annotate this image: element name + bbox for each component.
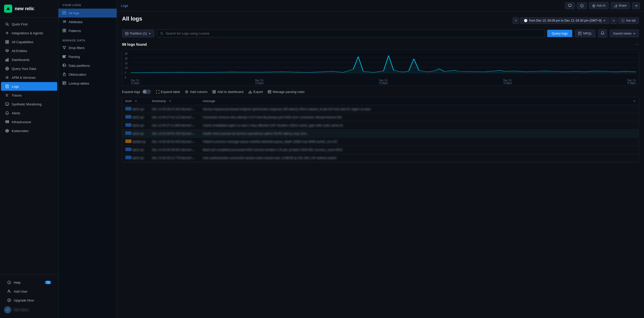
chart-x-axis: Dec 13,4:10pm Dec 13,4:15pm Dec 13,4:20p…: [131, 79, 636, 85]
breadcrumb: Logs: [121, 4, 128, 8]
add-column-button[interactable]: Add column: [185, 90, 207, 94]
manage-parsing-button[interactable]: Manage parsing rules: [268, 90, 304, 94]
query-logs-button[interactable]: Query logs: [547, 30, 572, 37]
content-header: All logs < 🕐 from Dec 13, 04:09 pm to De…: [122, 15, 639, 26]
search-input[interactable]: [165, 31, 541, 35]
add-dashboard-button[interactable]: Add to dashboard: [212, 90, 243, 94]
server-icon: [5, 120, 9, 124]
logs-found-header: 99 logs found ···: [122, 42, 639, 47]
mid-section-manage-data: MANAGE DATA: [58, 35, 117, 43]
sidebar-item-upgrade[interactable]: Upgrade Now: [3, 296, 55, 305]
cell-level: INFO blr: [122, 146, 149, 154]
toggle-knob: [143, 90, 146, 93]
svg-rect-90: [213, 90, 214, 91]
help-icon: ?: [7, 280, 11, 284]
time-next-button[interactable]: >: [610, 17, 617, 24]
sidebar-item-all-capabilities[interactable]: All Capabilities: [1, 38, 57, 46]
chevron-down-icon: [148, 32, 151, 35]
svg-text:?: ?: [581, 5, 582, 7]
expand-logs-toggle[interactable]: [142, 89, 151, 94]
x-label-5: Dec 13,4:30pm: [627, 79, 636, 85]
expand-table-button[interactable]: Expand table: [156, 90, 180, 94]
cell-timestamp: Dec 13 04:25:48.001 blurred text here: [149, 146, 200, 154]
alert-bell-button[interactable]: [598, 29, 607, 38]
mid-item-all-logs[interactable]: All logs: [58, 9, 117, 18]
saved-views-button[interactable]: Saved views: [610, 29, 639, 37]
cell-timestamp: Dec 13 04:27:11.884 blurred text here: [149, 121, 200, 130]
ask-ai-button[interactable]: Ask AI: [589, 2, 609, 9]
nrql-button[interactable]: NRQL: [575, 29, 595, 37]
logs-found-count: 99 logs found: [122, 42, 147, 46]
sidebar-item-all-entities[interactable]: All Entities: [1, 46, 57, 55]
svg-rect-50: [63, 29, 64, 30]
x-label-3: Dec 13,4:20pm: [379, 79, 388, 85]
mid-item-label: Parsing: [69, 55, 80, 59]
svg-rect-12: [8, 58, 9, 61]
mid-item-patterns[interactable]: Patterns: [58, 26, 117, 35]
svg-rect-52: [63, 31, 64, 32]
mid-item-attributes[interactable]: Attributes: [58, 18, 117, 26]
more-button[interactable]: [632, 2, 640, 9]
traces-icon: [5, 93, 9, 97]
share-button[interactable]: Share: [611, 2, 630, 9]
mid-item-lookup-tables[interactable]: Lookup tables: [58, 79, 117, 88]
sidebar-item-infrastructure[interactable]: Infrastructure: [1, 118, 57, 126]
col-message-close[interactable]: ✕: [633, 100, 636, 103]
upgrade-label: Upgrade Now: [14, 298, 34, 302]
time-controls: < 🕐 from Dec 13, 04:09 pm to Dec 13, 04:…: [513, 17, 639, 24]
clock-icon: 🕐: [524, 19, 528, 22]
feedback-button[interactable]: [565, 2, 575, 9]
table-row[interactable]: INFO blr Dec 13 04:28:15.342 blurred tex…: [122, 105, 639, 113]
sidebar-item-traces[interactable]: Traces: [1, 91, 57, 100]
sidebar-item-quick-find[interactable]: Quick Find: [1, 20, 57, 28]
sidebar-item-logs[interactable]: Logs: [1, 82, 57, 91]
table-row[interactable]: INFO blr Dec 13 04:25:48.001 blurred tex…: [122, 146, 639, 154]
help-label: Help: [14, 281, 21, 284]
mid-item-data-partitions[interactable]: Data partitions: [58, 61, 117, 70]
add-column-icon: [185, 90, 188, 93]
mid-item-parsing[interactable]: Parsing: [58, 52, 117, 61]
col-timestamp-close[interactable]: ✕: [169, 100, 171, 103]
col-level-close[interactable]: ✕: [135, 100, 137, 103]
partition-button[interactable]: Partition (1): [122, 29, 154, 37]
table-row[interactable]: WARN blr Dec 13 04:26:30.445 blurred tex…: [122, 138, 639, 146]
cell-message: Cache invalidated region us-east-1 keys …: [200, 121, 639, 130]
time-prev-button[interactable]: <: [513, 17, 519, 24]
svg-point-16: [7, 77, 8, 78]
live-tail-button[interactable]: live tail: [618, 17, 639, 24]
sidebar-item-alerts[interactable]: Alerts: [1, 109, 57, 117]
sidebar-item-add-user[interactable]: Add User: [3, 287, 55, 296]
col-header-message: message ✕: [200, 97, 639, 105]
sidebar-item-apm-services[interactable]: APM & Services: [1, 73, 57, 82]
table-row[interactable]: INFO blr Dec 13 04:26:55.230 blurred tex…: [122, 130, 639, 138]
more-options-button[interactable]: ···: [635, 42, 639, 47]
sidebar-item-dashboards[interactable]: Dashboards: [1, 55, 57, 64]
table-row[interactable]: INFO blr Dec 13 04:27:11.884 blurred tex…: [122, 121, 639, 130]
svg-rect-61: [63, 74, 66, 76]
logo-text: new relic: [15, 6, 34, 11]
sidebar-item-label: Kubernetes: [12, 129, 29, 133]
export-button[interactable]: Export: [249, 90, 263, 94]
svg-marker-69: [592, 4, 595, 7]
sidebar-item-integrations[interactable]: Integrations & Agents: [1, 29, 57, 37]
level-badge: [125, 139, 131, 143]
time-range-text: from Dec 13, 04:09 pm to Dec 13, 04:30 p…: [529, 19, 602, 22]
mid-item-obfuscation[interactable]: Obfuscation: [58, 70, 117, 79]
svg-point-30: [8, 122, 8, 122]
mid-item-label: All logs: [69, 11, 79, 15]
table-row[interactable]: INFO blr Dec 13 04:25:12.778 blurred tex…: [122, 154, 639, 162]
time-range-selector[interactable]: 🕐 from Dec 13, 04:09 pm to Dec 13, 04:30…: [520, 17, 609, 24]
help-button[interactable]: ?: [577, 2, 587, 9]
user-avatar-area[interactable]: U User Name: [2, 305, 56, 315]
sidebar-item-synthetic[interactable]: Synthetic Monitoring: [1, 100, 57, 108]
svg-marker-9: [6, 49, 9, 51]
share-label: Share: [619, 4, 627, 7]
sidebar-item-kubernetes[interactable]: Kubernetes: [1, 126, 57, 135]
bell-icon: [601, 31, 604, 35]
mid-item-drop-filters[interactable]: Drop filters: [58, 43, 117, 52]
sidebar-item-help[interactable]: ? Help 70: [3, 278, 55, 287]
chart-svg-container: Dec 13,4:10pm Dec 13,4:15pm Dec 13,4:20p…: [131, 52, 636, 85]
table-row[interactable]: INFO blr Dec 13 04:27:43.112 blurred tex…: [122, 113, 639, 121]
user-name: User Name: [13, 308, 29, 312]
sidebar-item-query-your-data[interactable]: Query Your Data: [1, 64, 57, 73]
